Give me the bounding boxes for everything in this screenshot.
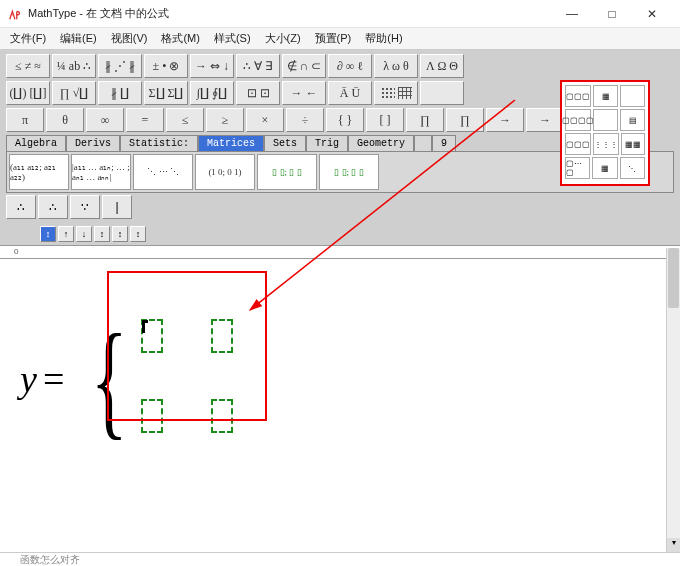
align-btn-1[interactable]: ↕ — [40, 226, 56, 242]
maximize-button[interactable]: □ — [592, 0, 632, 28]
menu-view[interactable]: 视图(V) — [105, 29, 154, 48]
palette-embellish[interactable]: ∦ ⋰ ∦ — [98, 54, 142, 78]
popup-4x4[interactable]: ▦▦ — [621, 133, 645, 155]
palette-spaces[interactable]: ¼ ab ∴ — [52, 54, 96, 78]
palette-fences[interactable]: (∐) [∐] — [6, 81, 50, 105]
popup-blank2[interactable] — [593, 109, 618, 131]
popup-rowdots[interactable]: ▢⋯▢ — [565, 157, 590, 179]
align-btn-6[interactable]: ↕ — [130, 226, 146, 242]
tab-blank[interactable] — [414, 135, 432, 151]
popup-ddots[interactable]: ⋱ — [620, 157, 645, 179]
sym-pi[interactable]: π — [6, 108, 44, 132]
tmpl-dots[interactable]: ⋱ ⋯ ⋱ — [133, 154, 193, 190]
matrix-popup: ▢▢▢ ▦ ▢▢▢▢ ▤ ▢▢▢ ⋮⋮⋮ ▦▦ ▢⋯▢ ▦ ⋱ — [560, 80, 650, 186]
tmpl-2x2-slots-b[interactable]: ▯ ▯; ▯ ▯ — [319, 154, 379, 190]
tab-matrices[interactable]: Matrices — [198, 135, 264, 151]
vertical-scrollbar[interactable]: ▾ — [666, 248, 680, 552]
matrix-slot-12[interactable] — [211, 319, 233, 353]
small-toolbar: ↕ ↑ ↓ ↕ ↕ ↕ — [0, 223, 680, 245]
tmpl-2x2-paren[interactable]: (a₁₁ a₁₂; a₂₁ a₂₂) — [9, 154, 69, 190]
scrollbar-down-icon[interactable]: ▾ — [667, 538, 680, 552]
palette-integrals[interactable]: ∫∐ ∮∐ — [190, 81, 234, 105]
palette-scripts[interactable]: ∦ ∐ — [98, 81, 142, 105]
palette-arrows[interactable]: → ⇔ ↓ — [190, 54, 234, 78]
tab-trig[interactable]: Trig — [306, 135, 348, 151]
palette-sets[interactable]: ∉ ∩ ⊂ — [282, 54, 326, 78]
sym-arr1[interactable]: → — [486, 108, 524, 132]
template-row-2: ∴ ∴ ∵ | — [6, 195, 674, 219]
equation-lhs: y — [20, 357, 37, 401]
popup-3x3[interactable]: ▤ — [620, 109, 645, 131]
popup-1x3[interactable]: ▢▢▢ — [565, 85, 591, 107]
popup-5x5[interactable]: ▦ — [592, 157, 617, 179]
tmpl2-c[interactable]: ∵ — [70, 195, 100, 219]
palette-accents[interactable]: Ā Ū — [328, 81, 372, 105]
palette-fractions[interactable]: ∏ √∐ — [52, 81, 96, 105]
menu-style[interactable]: 样式(S) — [208, 29, 257, 48]
palette-bars[interactable]: ⊡ ⊡ — [236, 81, 280, 105]
close-button[interactable]: ✕ — [632, 0, 672, 28]
popup-2x2[interactable]: ▦ — [593, 85, 618, 107]
tab-algebra[interactable]: Algebra — [6, 135, 66, 151]
menu-edit[interactable]: 编辑(E) — [54, 29, 103, 48]
palette-misc[interactable]: ∂ ∞ ℓ — [328, 54, 372, 78]
matrix-slot-11[interactable] — [141, 319, 163, 353]
sym-prod2[interactable]: ∏ — [446, 108, 484, 132]
align-btn-3[interactable]: ↓ — [76, 226, 92, 242]
tab-sets[interactable]: Sets — [264, 135, 306, 151]
sym-times[interactable]: × — [246, 108, 284, 132]
sym-le[interactable]: ≤ — [166, 108, 204, 132]
palette-matrices[interactable] — [374, 81, 418, 105]
sym-infty[interactable]: ∞ — [86, 108, 124, 132]
palette-logic[interactable]: ∴ ∀ ∃ — [236, 54, 280, 78]
menu-format[interactable]: 格式(M) — [155, 29, 206, 48]
tab-geometry[interactable]: Geometry — [348, 135, 414, 151]
align-btn-5[interactable]: ↕ — [112, 226, 128, 242]
sym-arr2[interactable]: → — [526, 108, 564, 132]
popup-vdots[interactable]: ⋮⋮⋮ — [593, 133, 619, 155]
matrix-slot-21[interactable] — [141, 399, 163, 433]
menu-preset[interactable]: 预置(P) — [309, 29, 358, 48]
ruler[interactable] — [0, 245, 680, 259]
tab-statistics[interactable]: Statistic: — [120, 135, 198, 151]
align-btn-4[interactable]: ↕ — [94, 226, 110, 242]
sym-prod1[interactable]: ∏ — [406, 108, 444, 132]
sym-theta[interactable]: θ — [46, 108, 84, 132]
sym-div[interactable]: ÷ — [286, 108, 324, 132]
menu-size[interactable]: 大小(Z) — [259, 29, 307, 48]
window-title: MathType - 在 文档 中的公式 — [28, 6, 552, 21]
sym-brackets[interactable]: [ ] — [366, 108, 404, 132]
menu-file[interactable]: 文件(F) — [4, 29, 52, 48]
minimize-button[interactable]: — — [552, 0, 592, 28]
popup-blank1[interactable] — [620, 85, 645, 107]
sym-braces[interactable]: { } — [326, 108, 364, 132]
tmpl-nxn-det[interactable]: |a₁₁ … a₁ₙ; … ; aₙ₁ … aₙₙ| — [71, 154, 131, 190]
matrix-2x2 — [141, 319, 241, 439]
equation-editor[interactable]: y = { — [0, 259, 680, 559]
palette-labeled-arrows[interactable]: → ← — [282, 81, 326, 105]
palette-operators[interactable]: ± • ⊗ — [144, 54, 188, 78]
tmpl-identity[interactable]: (1 0; 0 1) — [195, 154, 255, 190]
tab-9[interactable]: 9 — [432, 135, 456, 151]
matrix-slot-22[interactable] — [211, 399, 233, 433]
palette-greek-upper[interactable]: Λ Ω Θ — [420, 54, 464, 78]
align-btn-2[interactable]: ↑ — [58, 226, 74, 242]
menu-help[interactable]: 帮助(H) — [359, 29, 408, 48]
palette-relational[interactable]: ≤ ≠ ≈ — [6, 54, 50, 78]
tmpl2-a[interactable]: ∴ — [6, 195, 36, 219]
palette-empty[interactable] — [420, 81, 464, 105]
tmpl2-d[interactable]: | — [102, 195, 132, 219]
sym-eq[interactable]: = — [126, 108, 164, 132]
palette-sums[interactable]: Σ∐ Σ∐ — [144, 81, 188, 105]
tmpl-2x2-slots-a[interactable]: ▯ ▯; ▯ ▯ — [257, 154, 317, 190]
popup-col3[interactable]: ▢▢▢ — [565, 133, 591, 155]
sym-ge[interactable]: ≥ — [206, 108, 244, 132]
scrollbar-thumb[interactable] — [668, 248, 679, 308]
equals-sign: = — [43, 357, 64, 401]
titlebar: MathType - 在 文档 中的公式 — □ ✕ — [0, 0, 680, 28]
tmpl2-b[interactable]: ∴ — [38, 195, 68, 219]
menubar: 文件(F) 编辑(E) 视图(V) 格式(M) 样式(S) 大小(Z) 预置(P… — [0, 28, 680, 50]
palette-greek-lower[interactable]: λ ω θ — [374, 54, 418, 78]
tab-derivs[interactable]: Derivs — [66, 135, 120, 151]
popup-1x4[interactable]: ▢▢▢▢ — [565, 109, 591, 131]
